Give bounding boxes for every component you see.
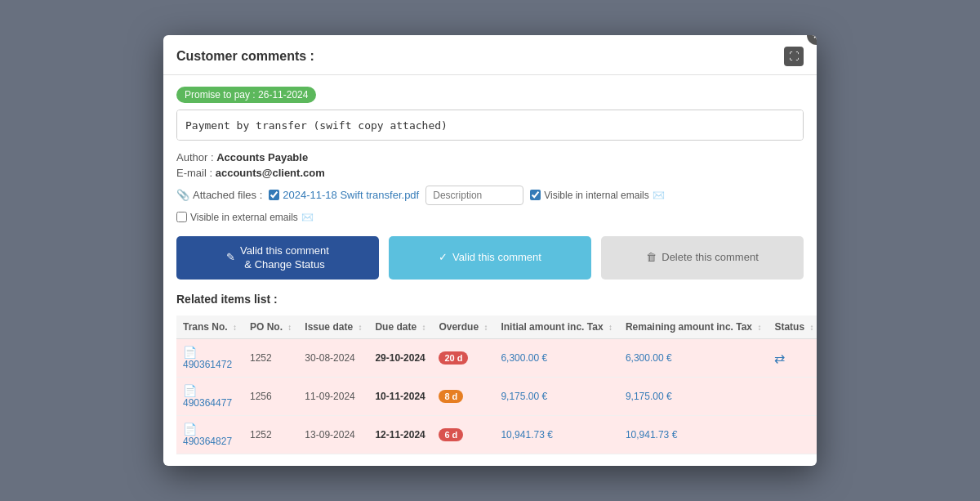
description-input[interactable] <box>425 186 523 205</box>
table-row: 📄 490364477 1256 11-09-2024 10-11-2024 8… <box>176 378 817 416</box>
file-checkbox-item: 2024-11-18 Swift transfer.pdf <box>269 189 419 201</box>
paperclip-icon: 📎 <box>176 189 189 201</box>
table-row: 📄 490364827 1252 13-09-2024 12-11-2024 6… <box>176 416 817 454</box>
col-overdue: Overdue ↕ <box>432 315 494 339</box>
valid-change-label: Valid this comment & Change Status <box>240 244 329 272</box>
expand-icon: ⛶ <box>789 51 799 62</box>
table-row: 📄 490361472 1252 30-08-2024 29-10-2024 2… <box>176 339 817 378</box>
col-status: Status ↕ <box>768 315 817 339</box>
cell-due-date: 29-10-2024 <box>368 339 432 378</box>
edit-icon: ✎ <box>226 251 235 265</box>
author-value: Accounts Payable <box>216 151 308 163</box>
cell-trans-no: 📄 490361472 <box>176 339 243 378</box>
external-email-icon: ✉️ <box>301 212 314 223</box>
cell-overdue: 6 d <box>432 416 494 454</box>
cell-status: ⇄ <box>768 339 817 378</box>
table-header-row: Trans No. ↕ PO No. ↕ Issue date ↕ Due da… <box>176 315 817 339</box>
pdf-icon: 📄 <box>183 346 197 359</box>
delete-label: Delete this comment <box>662 251 759 265</box>
overdue-badge: 8 d <box>439 390 463 403</box>
cell-remaining-amount: 9,175.00 € <box>619 378 768 416</box>
sort-icon-overdue: ↕ <box>483 323 488 332</box>
cell-issue-date: 30-08-2024 <box>298 339 368 378</box>
email-label: E-mail : <box>176 167 212 179</box>
cell-due-date: 10-11-2024 <box>368 378 432 416</box>
cell-trans-no: 📄 490364827 <box>176 416 243 454</box>
cell-po-no: 1252 <box>243 416 298 454</box>
overdue-badge: 20 d <box>439 351 468 365</box>
valid-comment-button[interactable]: ✓ Valid this comment <box>389 236 591 280</box>
valid-label: Valid this comment <box>452 251 541 265</box>
sort-icon-trans: ↕ <box>233 323 237 332</box>
email-value: accounts@client.com <box>216 167 325 179</box>
trans-link[interactable]: 490364477 <box>183 397 232 409</box>
overdue-badge: 6 d <box>439 428 463 441</box>
visible-internal-item: Visible in internal emails ✉️ <box>530 190 665 201</box>
sort-icon-due: ↕ <box>421 323 425 332</box>
cell-initial-amount: 9,175.00 € <box>494 378 618 416</box>
col-trans-no: Trans No. ↕ <box>176 315 243 339</box>
author-row: Author : Accounts Payable <box>176 151 804 163</box>
visible-external-label: Visible in external emails <box>190 212 298 223</box>
visible-external-item: Visible in external emails ✉️ <box>176 212 314 223</box>
attached-files-label: 📎 Attached files : <box>176 189 262 201</box>
cell-po-no: 1252 <box>243 339 298 378</box>
col-po-no: PO No. ↕ <box>243 315 298 339</box>
cell-initial-amount: 6,300.00 € <box>494 339 618 378</box>
modal-title: Customer comments : <box>176 49 314 64</box>
comment-textarea[interactable]: Payment by transfer (swift copy attached… <box>176 110 804 141</box>
attached-files-row: 📎 Attached files : 2024-11-18 Swift tran… <box>176 186 804 223</box>
cell-initial-amount: 10,941.73 € <box>494 416 618 454</box>
pdf-icon: 📄 <box>183 423 197 436</box>
sort-icon-initial: ↕ <box>608 323 612 332</box>
related-items-title: Related items list : <box>176 293 804 306</box>
file-checkbox[interactable] <box>269 190 279 200</box>
delete-comment-button[interactable]: 🗑 Delete this comment <box>601 236 804 280</box>
sort-icon-po: ↕ <box>287 323 292 332</box>
expand-button[interactable]: ⛶ <box>784 47 804 66</box>
cell-status <box>768 378 817 416</box>
modal-body: Promise to pay : 26-11-2024 Payment by t… <box>163 75 817 467</box>
customer-comments-modal: Customer comments : ⛶ × Promise to pay :… <box>163 35 817 467</box>
transfer-icon: ⇄ <box>774 351 785 365</box>
action-buttons: ✎ Valid this comment & Change Status ✓ V… <box>176 236 804 280</box>
cell-remaining-amount: 6,300.00 € <box>619 339 768 378</box>
visible-internal-label: Visible in internal emails <box>544 190 649 201</box>
sort-icon-status: ↕ <box>809 323 813 332</box>
cell-issue-date: 13-09-2024 <box>298 416 368 454</box>
trans-link[interactable]: 490364827 <box>183 436 232 447</box>
col-issue-date: Issue date ↕ <box>298 315 368 339</box>
modal-header: Customer comments : ⛶ <box>163 35 817 75</box>
col-initial-amount: Initial amount inc. Tax ↕ <box>494 315 618 339</box>
cell-status <box>768 416 817 454</box>
cell-remaining-amount: 10,941.73 € <box>619 416 768 454</box>
author-label: Author : <box>176 151 214 163</box>
valid-change-status-button[interactable]: ✎ Valid this comment & Change Status <box>176 236 379 280</box>
cell-trans-no: 📄 490364477 <box>176 378 243 416</box>
related-items-table: Trans No. ↕ PO No. ↕ Issue date ↕ Due da… <box>176 315 817 454</box>
email-row: E-mail : accounts@client.com <box>176 167 804 179</box>
close-icon: × <box>813 35 817 42</box>
sort-icon-issue: ↕ <box>358 323 362 332</box>
pdf-icon: 📄 <box>183 384 197 397</box>
checkmark-icon: ✓ <box>439 251 448 265</box>
col-remaining-amount: Remaining amount inc. Tax ↕ <box>619 315 768 339</box>
promise-badge: Promise to pay : 26-11-2024 <box>176 87 316 103</box>
file-link[interactable]: 2024-11-18 Swift transfer.pdf <box>283 189 419 201</box>
trans-link[interactable]: 490361472 <box>183 359 232 370</box>
modal-header-icons: ⛶ <box>784 47 804 66</box>
internal-email-icon: ✉️ <box>653 190 665 201</box>
visible-external-checkbox[interactable] <box>176 212 187 222</box>
cell-overdue: 20 d <box>432 339 494 378</box>
cell-issue-date: 11-09-2024 <box>298 378 368 416</box>
cell-due-date: 12-11-2024 <box>368 416 432 454</box>
trash-icon: 🗑 <box>646 251 657 265</box>
visible-internal-checkbox[interactable] <box>530 190 541 200</box>
cell-po-no: 1256 <box>243 378 298 416</box>
sort-icon-remaining: ↕ <box>757 323 761 332</box>
col-due-date: Due date ↕ <box>368 315 432 339</box>
cell-overdue: 8 d <box>432 378 494 416</box>
